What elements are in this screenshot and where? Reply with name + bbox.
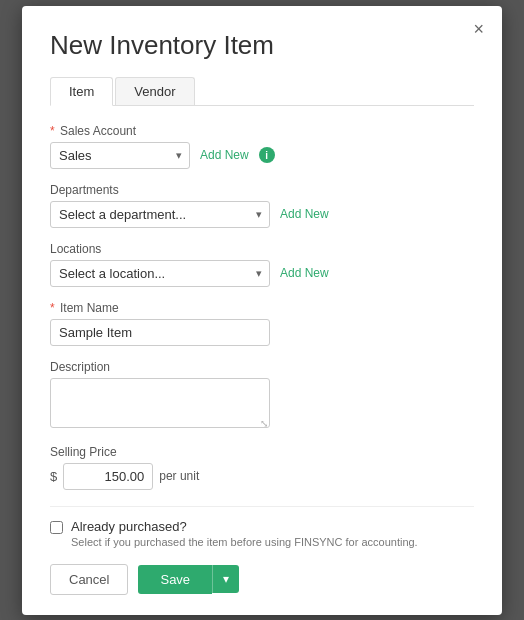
close-button[interactable]: × [473, 20, 484, 38]
locations-add-new-link[interactable]: Add New [280, 266, 329, 280]
sales-account-group: * Sales Account Sales ▾ Add New i [50, 124, 474, 169]
modal-title: New Inventory Item [50, 30, 474, 61]
already-purchased-sub-label: Select if you purchased the item before … [71, 536, 418, 548]
already-purchased-text: Already purchased? Select if you purchas… [71, 519, 418, 548]
locations-select[interactable]: Select a location... [50, 260, 270, 287]
info-icon[interactable]: i [259, 147, 275, 163]
selling-price-input[interactable] [63, 463, 153, 490]
footer-buttons: Cancel Save ▾ [50, 564, 474, 595]
departments-add-new-link[interactable]: Add New [280, 207, 329, 221]
departments-row: Select a department... ▾ Add New [50, 201, 474, 228]
locations-label: Locations [50, 242, 474, 256]
currency-symbol: $ [50, 469, 57, 484]
departments-group: Departments Select a department... ▾ Add… [50, 183, 474, 228]
required-marker: * [50, 124, 55, 138]
locations-group: Locations Select a location... ▾ Add New [50, 242, 474, 287]
selling-price-group: Selling Price $ per unit [50, 445, 474, 490]
locations-row: Select a location... ▾ Add New [50, 260, 474, 287]
item-name-input[interactable] [50, 319, 270, 346]
sales-account-select[interactable]: Sales [50, 142, 190, 169]
sales-account-label: * Sales Account [50, 124, 474, 138]
already-purchased-checkbox[interactable] [50, 521, 63, 534]
sales-account-add-new-link[interactable]: Add New [200, 148, 249, 162]
description-textarea[interactable] [50, 378, 270, 428]
tab-bar: Item Vendor [50, 77, 474, 106]
already-purchased-label: Already purchased? [71, 519, 187, 534]
tab-item[interactable]: Item [50, 77, 113, 106]
description-label: Description [50, 360, 474, 374]
selling-price-label: Selling Price [50, 445, 474, 459]
description-textarea-wrapper: ⤡ [50, 378, 270, 431]
required-marker: * [50, 301, 55, 315]
departments-label: Departments [50, 183, 474, 197]
save-button[interactable]: Save [138, 565, 212, 594]
item-name-group: * Item Name [50, 301, 474, 346]
description-group: Description ⤡ [50, 360, 474, 431]
item-name-label: * Item Name [50, 301, 474, 315]
tab-vendor[interactable]: Vendor [115, 77, 194, 105]
cancel-button[interactable]: Cancel [50, 564, 128, 595]
departments-select[interactable]: Select a department... [50, 201, 270, 228]
new-inventory-modal: × New Inventory Item Item Vendor * Sales… [22, 6, 502, 615]
per-unit-label: per unit [159, 469, 199, 483]
already-purchased-group: Already purchased? Select if you purchas… [50, 519, 474, 548]
sales-account-row: Sales ▾ Add New i [50, 142, 474, 169]
section-divider [50, 506, 474, 507]
locations-select-wrapper: Select a location... ▾ [50, 260, 270, 287]
departments-select-wrapper: Select a department... ▾ [50, 201, 270, 228]
sales-account-select-wrapper: Sales ▾ [50, 142, 190, 169]
save-dropdown-button[interactable]: ▾ [212, 565, 239, 593]
selling-price-row: $ per unit [50, 463, 474, 490]
